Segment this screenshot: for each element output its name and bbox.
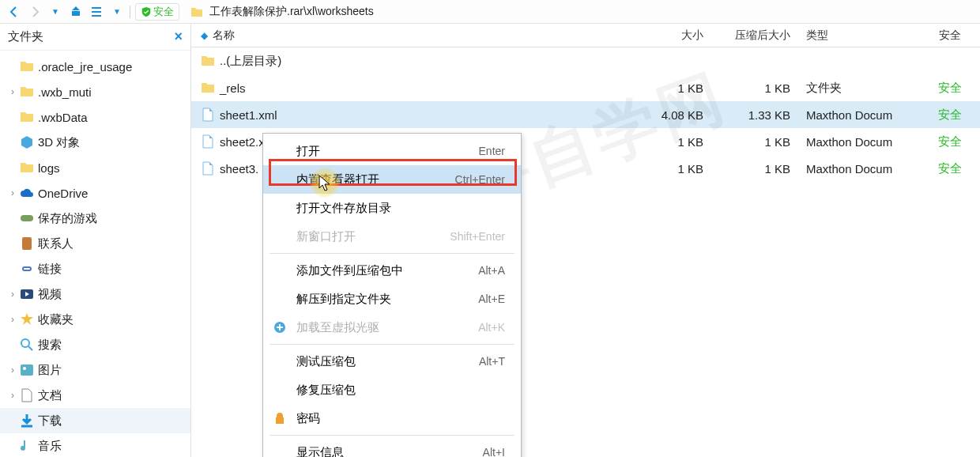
menu-label: 修复压缩包 xyxy=(296,383,356,398)
col-csize-header[interactable]: 压缩后大小 xyxy=(713,28,800,43)
expander-icon[interactable]: › xyxy=(6,86,19,97)
file-name: ..(上层目录) xyxy=(220,54,281,69)
svg-point-5 xyxy=(23,367,26,370)
menu-item[interactable]: 密码 xyxy=(263,404,521,432)
tree-label: 链接 xyxy=(38,262,62,277)
menu-item[interactable]: 打开文件存放目录 xyxy=(263,194,521,222)
tree-label: 收藏夹 xyxy=(38,312,74,327)
tree-label: 音乐 xyxy=(38,439,62,454)
tree-label: 视频 xyxy=(38,287,62,302)
forward-icon[interactable] xyxy=(27,4,43,20)
tree-item[interactable]: 搜索 xyxy=(0,332,190,357)
col-name-header[interactable]: ◆ 名称 xyxy=(191,28,634,43)
menu-label: 密码 xyxy=(296,411,320,426)
menu-label: 测试压缩包 xyxy=(296,354,356,369)
expander-icon[interactable]: › xyxy=(6,314,19,325)
menu-item[interactable]: 打开Enter xyxy=(263,137,521,165)
menu-label: 新窗口打开 xyxy=(296,229,356,244)
menu-label: 加载至虚拟光驱 xyxy=(296,320,379,335)
safe-label: 安全 xyxy=(153,5,174,19)
doc-icon xyxy=(19,387,35,403)
expander-icon[interactable]: › xyxy=(6,390,19,401)
expander-icon[interactable]: › xyxy=(6,364,19,376)
sidebar: 文件夹 × .oracle_jre_usage› .wxb_muti .wxbD… xyxy=(0,24,191,457)
menu-separator xyxy=(270,253,514,254)
tree-item[interactable]: 保存的游戏 xyxy=(0,206,190,231)
table-row[interactable]: sheet1.xml 4.08 KB 1.33 KB Maxthon Docum… xyxy=(191,101,980,128)
col-type-header[interactable]: 类型 xyxy=(800,28,926,43)
tree-item[interactable]: › .wxb_muti xyxy=(0,79,190,104)
sort-indicator-icon: ◆ xyxy=(201,30,208,41)
menu-item[interactable]: 修复压缩包 xyxy=(263,376,521,404)
expander-icon[interactable]: › xyxy=(6,187,19,198)
file-csize: 1 KB xyxy=(713,135,800,149)
tree-item[interactable]: 联系人 xyxy=(0,231,190,256)
tree-label: 联系人 xyxy=(38,236,74,251)
file-type: Maxthon Docum xyxy=(800,162,926,176)
path-text[interactable]: 工作表解除保护.rar\xl\worksheets xyxy=(209,5,374,19)
dropdown-icon[interactable]: ▼ xyxy=(47,4,63,20)
menu-label: 打开文件存放目录 xyxy=(296,201,391,216)
list-icon[interactable] xyxy=(89,4,104,20)
menu-item[interactable]: 显示信息Alt+I xyxy=(263,438,521,457)
menu-label: 添加文件到压缩包中 xyxy=(296,263,403,278)
close-icon[interactable]: × xyxy=(174,28,183,45)
tree-item[interactable]: › OneDrive xyxy=(0,180,190,206)
safe-badge: 安全 xyxy=(135,3,179,21)
tree-label: .wxb_muti xyxy=(38,85,92,99)
menu-item[interactable]: 解压到指定文件夹Alt+E xyxy=(263,285,521,313)
game-icon xyxy=(19,210,35,226)
file-type: Maxthon Docum xyxy=(800,135,926,149)
menu-label: 显示信息 xyxy=(296,445,344,458)
menu-shortcut: Alt+I xyxy=(483,446,505,457)
dropdown2-icon[interactable]: ▼ xyxy=(109,4,125,20)
menu-item[interactable]: 添加文件到压缩包中Alt+A xyxy=(263,256,521,285)
toolbar: ▼ ▼ 安全 工作表解除保护.rar\xl\worksheets xyxy=(0,0,980,24)
tree-label: logs xyxy=(38,161,60,175)
col-safe-header[interactable]: 安全 xyxy=(926,28,974,43)
tree-item[interactable]: › 文档 xyxy=(0,383,190,408)
folder-icon xyxy=(19,109,35,125)
table-row[interactable]: _rels 1 KB 1 KB 文件夹 安全 xyxy=(191,74,980,101)
up-icon[interactable] xyxy=(68,4,84,20)
tree-item[interactable]: › 收藏夹 xyxy=(0,307,190,332)
menu-item[interactable]: 测试压缩包Alt+T xyxy=(263,347,521,376)
menu-separator xyxy=(270,344,514,345)
column-header: ◆ 名称 大小 压缩后大小 类型 安全 xyxy=(191,24,980,47)
tree-item[interactable]: logs xyxy=(0,155,190,180)
menu-item: 加载至虚拟光驱Alt+K xyxy=(263,313,521,342)
tree-item[interactable]: 3D 对象 xyxy=(0,130,190,155)
lock-icon xyxy=(273,411,287,425)
tree-item[interactable]: › 视频 xyxy=(0,281,190,307)
col-size-header[interactable]: 大小 xyxy=(634,28,713,43)
file-safe: 安全 xyxy=(926,161,974,176)
sidebar-header: 文件夹 × xyxy=(0,24,190,51)
menu-shortcut: Ctrl+Enter xyxy=(455,173,505,186)
menu-shortcut: Shift+Enter xyxy=(450,230,505,243)
tree-label: 文档 xyxy=(38,388,62,403)
tree-item[interactable]: .oracle_jre_usage xyxy=(0,54,190,79)
3d-icon xyxy=(19,134,35,150)
menu-label: 内置查看器打开 xyxy=(296,172,379,187)
back-icon[interactable] xyxy=(6,4,22,20)
download-icon xyxy=(19,413,35,429)
table-row[interactable]: ..(上层目录) xyxy=(191,47,980,74)
tree-item[interactable]: .wxbData xyxy=(0,104,190,130)
file-size: 1 KB xyxy=(634,135,713,149)
contacts-icon xyxy=(19,236,35,251)
tree-label: OneDrive xyxy=(38,187,88,200)
tree-item[interactable]: › 图片 xyxy=(0,357,190,383)
menu-shortcut: Enter xyxy=(479,145,505,157)
file-csize: 1 KB xyxy=(713,162,800,176)
shield-icon xyxy=(141,6,152,17)
file-size: 4.08 KB xyxy=(634,108,713,122)
menu-label: 打开 xyxy=(296,144,320,159)
folder-icon xyxy=(19,160,35,176)
tree-item[interactable]: 链接 xyxy=(0,256,190,281)
menu-item[interactable]: 内置查看器打开Ctrl+Enter xyxy=(263,165,521,194)
expander-icon[interactable]: › xyxy=(6,289,19,300)
tree-item[interactable]: 音乐 xyxy=(0,433,190,457)
tree-item[interactable]: 下载 xyxy=(0,408,190,433)
folder-icon xyxy=(190,6,203,18)
search-icon xyxy=(19,337,35,353)
